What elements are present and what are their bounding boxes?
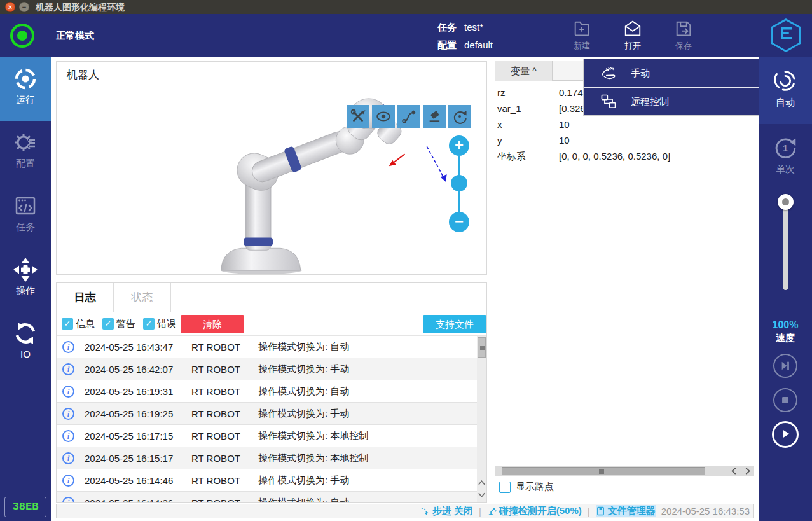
- viewport-toolbar: [347, 105, 471, 128]
- log-message: 操作模式切换为: 手动: [258, 363, 349, 375]
- clear-log-button[interactable]: 清除: [181, 315, 244, 333]
- stop-icon: [780, 394, 791, 406]
- remote-control-icon: [600, 94, 617, 112]
- tab-status[interactable]: 状态: [114, 283, 171, 312]
- variable-name: rz: [497, 85, 506, 101]
- menu-item-remote[interactable]: 远程控制: [584, 88, 759, 116]
- collision-detect-toggle[interactable]: 碰撞检测开启(50%): [487, 505, 582, 517]
- sidebar-item-operate[interactable]: 操作: [0, 248, 51, 312]
- collision-icon: [487, 506, 497, 516]
- sidebar-item-label: IO: [0, 349, 51, 359]
- single-run-button[interactable]: 1 单次: [759, 124, 812, 191]
- info-icon: i: [62, 408, 74, 420]
- new-button[interactable]: 新建: [561, 19, 602, 55]
- variable-value: 10: [559, 132, 570, 148]
- log-message: 操作模式切换为: 手动: [258, 475, 349, 487]
- sidebar-item-config[interactable]: 配置: [0, 121, 51, 184]
- show-waypoints-checkbox[interactable]: [499, 482, 511, 493]
- info-icon: i: [62, 363, 74, 375]
- info-checkbox[interactable]: ✓: [62, 318, 73, 330]
- step-mode-toggle[interactable]: 步进 关闭: [420, 505, 473, 517]
- mode-label: 正常模式: [56, 14, 94, 57]
- zoom-slider-knob[interactable]: [451, 175, 467, 191]
- log-scrollbar-thumb[interactable]: [478, 337, 486, 358]
- task-label: 任务: [437, 22, 457, 32]
- log-source: RT ROBOT: [191, 475, 258, 486]
- eraser-button[interactable]: [423, 105, 446, 128]
- config-value[interactable]: default: [464, 39, 493, 50]
- robot-3d-viewport[interactable]: + −: [57, 88, 486, 274]
- save-button[interactable]: 保存: [663, 19, 704, 55]
- new-file-icon: [572, 19, 591, 38]
- variable-value: [0, 0, 0, 0.5236, 0.5236, 0]: [559, 148, 670, 164]
- auto-mode-label: 自动: [759, 97, 812, 109]
- error-checkbox[interactable]: ✓: [143, 318, 155, 330]
- sidebar-item-io[interactable]: IO: [0, 312, 51, 369]
- rotate-icon: [451, 108, 468, 125]
- stop-button[interactable]: [773, 388, 797, 412]
- show-waypoints-label: 显示路点: [516, 481, 554, 493]
- play-button[interactable]: [772, 421, 799, 448]
- variable-name: x: [497, 116, 502, 132]
- scroll-up-button[interactable]: [477, 477, 486, 489]
- log-row: i 2024-05-25 16:17:15 RT ROBOT 操作模式切换为: …: [57, 425, 477, 447]
- speed-slider-knob[interactable]: [778, 194, 794, 210]
- sidebar-item-label: 运行: [0, 94, 51, 106]
- tab-log[interactable]: 日志: [57, 283, 114, 312]
- zoom-in-button[interactable]: +: [449, 135, 469, 156]
- gear-icon: [13, 130, 38, 155]
- log-message: 操作模式切换为: 本地控制: [258, 430, 368, 442]
- variables-tab[interactable]: 变量 ^: [495, 61, 553, 81]
- variables-hscrollbar[interactable]: [495, 466, 754, 476]
- auto-mode-button[interactable]: 自动: [759, 57, 812, 124]
- task-value[interactable]: test*: [464, 22, 483, 32]
- warning-checkbox[interactable]: ✓: [102, 318, 114, 330]
- chevron-left-icon: [731, 468, 736, 475]
- sidebar-item-task[interactable]: 任务: [0, 184, 51, 248]
- single-cycle-icon: 1: [772, 134, 799, 161]
- log-source: RT ROBOT: [191, 408, 258, 419]
- variables-title: 变量: [511, 66, 530, 76]
- menu-item-manual[interactable]: 手动: [584, 59, 759, 87]
- window-title: 机器人图形化编程环境: [36, 0, 125, 14]
- log-scrollbar[interactable]: [477, 336, 486, 502]
- open-button-label: 打开: [612, 40, 653, 52]
- open-button[interactable]: 打开: [612, 19, 653, 55]
- close-icon[interactable]: ×: [5, 2, 15, 12]
- variables-hscrollbar-thumb[interactable]: [502, 467, 705, 475]
- support-file-button[interactable]: 支持文件: [423, 315, 486, 333]
- path-button[interactable]: [397, 105, 420, 128]
- log-message: 操作模式切换为: 自动: [258, 497, 349, 503]
- speed-value: 100%: [759, 319, 812, 331]
- log-time: 2024-05-25 16:14:46: [85, 475, 191, 486]
- variable-row: 坐标系 [0, 0, 0, 0.5236, 0.5236, 0]: [495, 148, 754, 164]
- variable-row: x 10: [495, 116, 754, 132]
- log-source: RT ROBOT: [191, 364, 258, 375]
- step-next-button[interactable]: [773, 354, 797, 378]
- sidebar-item-label: 配置: [0, 158, 51, 170]
- scroll-left-button[interactable]: [727, 466, 740, 476]
- zoom-out-button[interactable]: −: [449, 212, 469, 232]
- info-icon: i: [62, 341, 74, 353]
- titlebar: × − 机器人图形化编程环境: [0, 0, 812, 14]
- log-time: 2024-05-25 16:43:47: [85, 342, 191, 352]
- main-content: 机器人: [51, 57, 759, 521]
- log-time: 2024-05-25 16:42:07: [85, 364, 191, 375]
- scroll-right-button[interactable]: [741, 466, 754, 476]
- speed-slider-track[interactable]: [783, 202, 788, 290]
- variable-value: [0.326: [559, 101, 586, 116]
- menu-item-label: 手动: [631, 59, 650, 87]
- log-time: 2024-05-25 16:15:17: [85, 453, 191, 464]
- play-icon: [780, 428, 791, 440]
- log-source: RT ROBOT: [191, 453, 258, 464]
- tools-button[interactable]: [347, 105, 369, 128]
- rotate-view-button[interactable]: [448, 105, 471, 128]
- file-manager-button[interactable]: 文件管理器: [596, 505, 656, 517]
- minimize-icon[interactable]: −: [19, 2, 29, 12]
- chevron-up-icon: [478, 480, 485, 485]
- sidebar-item-label: 任务: [0, 221, 51, 233]
- scroll-down-button[interactable]: [477, 489, 486, 501]
- visibility-button[interactable]: [372, 105, 395, 128]
- sidebar-item-run[interactable]: 运行: [0, 57, 51, 121]
- sidebar-item-label: 操作: [0, 285, 51, 297]
